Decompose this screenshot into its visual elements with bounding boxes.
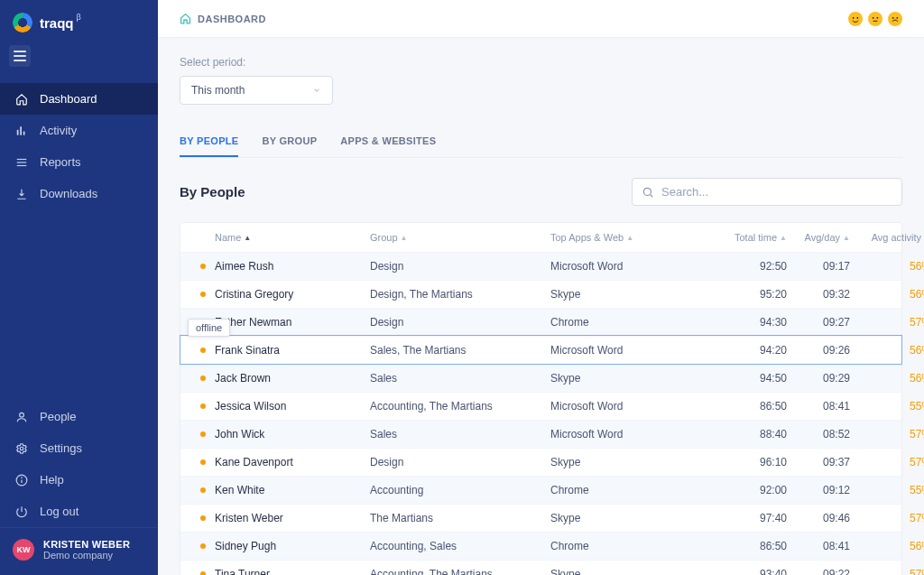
cell-apps: Microsoft Word — [550, 344, 731, 357]
logo-text: traqq — [40, 15, 74, 31]
status-dot — [200, 292, 206, 297]
nav-label: Dashboard — [40, 92, 97, 106]
th-total[interactable]: Total time▲ — [731, 232, 803, 243]
menu-toggle-button[interactable] — [9, 45, 31, 67]
period-select[interactable]: This month — [180, 76, 333, 105]
nav-help[interactable]: Help — [0, 464, 158, 496]
cell-name: Tina Turner — [215, 568, 270, 575]
tab-by-people[interactable]: BY PEOPLE — [180, 126, 238, 157]
cell-name: Frank Sinatra — [215, 344, 280, 357]
nav-label: Help — [40, 473, 64, 487]
table-row[interactable]: Jack BrownSalesSkype94:5009:2956% — [180, 364, 901, 392]
cell-name: Jack Brown — [215, 372, 271, 385]
svg-point-18 — [890, 13, 901, 24]
table-row[interactable]: Tina TurnerAccounting, The MartiansSkype… — [180, 560, 901, 575]
cell-apps: Skype — [550, 372, 731, 385]
cell-avgact: 57% — [866, 316, 924, 329]
cell-total: 88:40 — [731, 428, 803, 441]
cell-avgday: 09:12 — [803, 484, 866, 496]
cell-total: 94:50 — [731, 372, 803, 385]
table-row[interactable]: Jessica WilsonAccounting, The MartiansMi… — [180, 392, 901, 420]
table-row[interactable]: Sidney PughAccounting, SalesChrome86:500… — [180, 532, 901, 560]
nav-label: Activity — [40, 124, 77, 137]
table-row[interactable]: offlineFrank SinatraSales, The MartiansM… — [180, 336, 901, 364]
th-name[interactable]: Name▲ — [180, 232, 370, 243]
cell-apps: Skype — [550, 568, 731, 575]
nav-dashboard[interactable]: Dashboard — [0, 83, 158, 115]
table-row[interactable]: Cristina GregoryDesign, The MartiansSkyp… — [180, 280, 901, 308]
cell-total: 94:30 — [731, 316, 803, 329]
nav-people[interactable]: People — [0, 401, 158, 432]
emoji-neutral-icon[interactable] — [868, 12, 882, 26]
cell-avgact: 56% — [866, 260, 924, 273]
cell-avgday: 09:22 — [803, 568, 866, 575]
people-table: Name▲ Group▲ Top Apps & Web▲ Total time▲… — [180, 222, 902, 575]
search-box[interactable] — [632, 178, 902, 206]
avatar: KW — [13, 539, 34, 561]
th-avgact[interactable]: Avg activity▲ — [866, 232, 924, 243]
section-title: By People — [180, 184, 245, 199]
emoji-happy-icon[interactable] — [848, 12, 863, 26]
status-dot — [200, 487, 206, 493]
cell-avgday: 09:26 — [803, 344, 866, 357]
cell-avgact: 56% — [866, 540, 924, 552]
table-row[interactable]: Ken WhiteAccountingChrome92:0009:1255% — [180, 476, 901, 504]
table-row[interactable]: John WickSalesMicrosoft Word88:4008:5257… — [180, 420, 901, 448]
cell-group: Accounting, Sales — [370, 540, 550, 552]
th-group[interactable]: Group▲ — [370, 232, 550, 243]
cell-group: Design — [370, 260, 550, 273]
cell-apps: Chrome — [550, 484, 731, 496]
table-row[interactable]: Kristen WeberThe MartiansSkype97:4009:46… — [180, 504, 901, 532]
logo[interactable]: traqq β — [0, 0, 158, 45]
nav-label: Reports — [40, 155, 81, 169]
cell-avgact: 57% — [866, 512, 924, 524]
cell-avgact: 56% — [866, 344, 924, 357]
info-icon — [14, 474, 29, 487]
user-name: KRISTEN WEBER — [43, 539, 130, 550]
cell-avgday: 09:32 — [803, 288, 866, 301]
nav-settings[interactable]: Settings — [0, 432, 158, 464]
cell-total: 96:10 — [731, 456, 803, 468]
cell-name: Aimee Rush — [215, 260, 273, 273]
th-avgday[interactable]: Avg/day▲ — [803, 232, 866, 243]
cell-avgact: 55% — [866, 400, 924, 413]
cell-group: Design — [370, 456, 550, 468]
nav-activity[interactable]: Activity — [0, 115, 158, 146]
cell-avgday: 09:37 — [803, 456, 866, 468]
nav-logout[interactable]: Log out — [0, 496, 158, 527]
table-row[interactable]: Aimee RushDesignMicrosoft Word92:5009:17… — [180, 252, 901, 280]
tabs: BY PEOPLE BY GROUP APPS & WEBSITES — [180, 126, 902, 158]
cell-avgact: 57% — [866, 428, 924, 441]
svg-point-10 — [22, 477, 23, 478]
cell-total: 86:50 — [731, 540, 803, 552]
cell-name: Jessica Wilson — [215, 400, 286, 413]
nav-label: Log out — [40, 505, 79, 518]
cell-total: 93:40 — [731, 568, 803, 575]
table-row[interactable]: Esther NewmanDesignChrome94:3009:2757% — [180, 308, 901, 336]
svg-line-22 — [650, 194, 652, 197]
emoji-sad-icon[interactable] — [888, 12, 902, 26]
cell-apps: Skype — [550, 288, 731, 301]
nav-reports[interactable]: Reports — [0, 146, 158, 178]
cell-avgact: 57% — [866, 568, 924, 575]
cell-apps: Microsoft Word — [550, 428, 731, 441]
svg-point-14 — [870, 13, 882, 24]
th-apps[interactable]: Top Apps & Web▲ — [550, 232, 731, 243]
user-footer[interactable]: KW KRISTEN WEBER Demo company — [0, 527, 158, 575]
cell-apps: Microsoft Word — [550, 260, 731, 273]
cell-group: Sales — [370, 372, 550, 385]
gear-icon — [14, 442, 29, 455]
cell-avgday: 08:41 — [803, 540, 866, 552]
search-input[interactable] — [661, 185, 892, 199]
page-title: DASHBOARD — [198, 14, 266, 24]
status-tooltip: offline — [188, 319, 230, 337]
search-icon — [642, 186, 654, 199]
table-row[interactable]: Kane DavenportDesignSkype96:1009:3757% — [180, 448, 901, 476]
cell-group: Sales, The Martians — [370, 344, 550, 357]
cell-avgact: 56% — [866, 372, 924, 385]
tab-apps-websites[interactable]: APPS & WEBSITES — [340, 126, 436, 157]
cell-group: The Martians — [370, 512, 550, 524]
main: DASHBOARD Select period: This month BY P… — [158, 0, 924, 575]
tab-by-group[interactable]: BY GROUP — [262, 126, 317, 157]
nav-downloads[interactable]: Downloads — [0, 178, 158, 209]
